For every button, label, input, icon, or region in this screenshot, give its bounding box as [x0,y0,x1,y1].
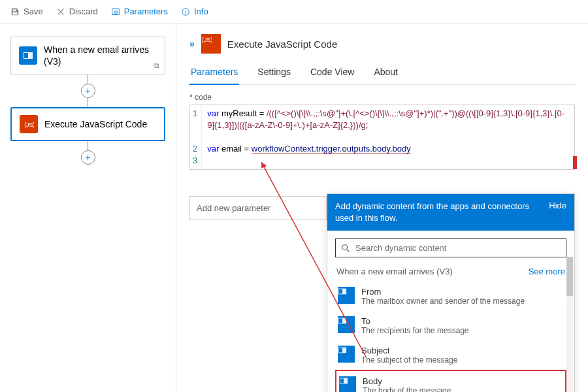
toolbar: Save Discard @ Parameters i Info [0,0,588,24]
item-title: Body [363,376,451,386]
search-icon [341,244,350,253]
item-desc: The subject of the message [361,355,457,365]
tab-about[interactable]: About [372,63,399,84]
outlook-icon [338,316,355,333]
error-marker [573,156,577,169]
save-icon [10,7,20,16]
item-title: To [361,316,469,326]
item-title: Subject [361,346,457,355]
connector: + [10,74,165,107]
panel-tabs: Parameters Settings Code View About [189,63,575,85]
js-icon: {JS} [20,115,38,133]
parameters-label: Parameters [124,7,168,16]
outlook-icon [19,46,37,65]
code-content[interactable]: var myResult = /(([^<>()\[\]\\.,;:\s@"]+… [202,105,574,169]
parameters-icon: @ [111,7,120,16]
svg-rect-14 [339,348,342,353]
line-gutter: 1 23 [190,105,202,169]
discard-label: Discard [69,7,98,16]
discard-button[interactable]: Discard [51,4,103,19]
info-button[interactable]: i Info [176,4,214,19]
workflow-canvas: When a new email arrives (V3) ⧉ + {JS} E… [0,24,176,392]
svg-rect-5 [24,53,28,58]
panel-title: Execute JavaScript Code [227,39,337,50]
dynamic-item-from[interactable]: FromThe mailbox owner and sender of the … [335,282,566,311]
add-step-button[interactable]: + [81,84,95,98]
workflow-step-jscode[interactable]: {JS} Execute JavaScript Code [10,107,165,141]
item-desc: The body of the message [363,386,451,392]
svg-rect-16 [340,379,344,384]
svg-rect-10 [339,289,342,294]
link-icon: ⧉ [154,61,159,70]
tab-parameters[interactable]: Parameters [189,63,239,85]
item-desc: The mailbox owner and sender of the mess… [361,297,525,306]
svg-point-8 [342,245,348,250]
js-icon: {JS} [201,34,221,54]
connector: + [10,141,165,165]
svg-text:@: @ [113,9,118,14]
info-icon: i [181,7,190,16]
close-icon [56,7,65,16]
item-title: From [361,287,525,297]
svg-text:i: i [185,9,186,14]
code-label: * code [189,93,575,102]
dynamic-item-subject[interactable]: SubjectThe subject of the message [335,340,566,370]
popover-message: Add dynamic content from the apps and co… [335,201,549,224]
dynamic-content-popover: Add dynamic content from the apps and co… [327,193,575,392]
search-field[interactable] [355,243,561,253]
svg-text:{JS}: {JS} [202,37,212,43]
svg-rect-12 [339,319,342,323]
outlook-icon [339,376,356,392]
workflow-step-trigger[interactable]: When a new email arrives (V3) ⧉ [10,37,165,74]
outlook-icon [338,346,355,363]
group-title: When a new email arrives (V3) [336,267,453,276]
dynamic-item-to[interactable]: ToThe recipients for the message [335,311,566,340]
hide-button[interactable]: Hide [549,201,566,210]
scroll-thumb[interactable] [566,257,573,296]
outlook-icon [338,287,355,304]
info-label: Info [194,7,208,16]
step-label: When a new email arrives (V3) [44,44,157,67]
scrollbar[interactable] [566,257,573,392]
dynamic-item-body[interactable]: BodyThe body of the message [335,370,566,392]
svg-text:{JS}: {JS} [24,122,34,128]
step-label: Execute JavaScript Code [44,118,147,130]
action-panel: » {JS} Execute JavaScript Code Parameter… [176,24,588,392]
add-step-button[interactable]: + [81,150,95,165]
search-input[interactable] [335,238,566,257]
item-desc: The recipients for the message [361,326,469,335]
collapse-button[interactable]: » [189,39,195,49]
code-editor[interactable]: 1 23 var myResult = /(([^<>()\[\]\\.,;:\… [189,105,575,170]
tab-settings[interactable]: Settings [256,63,292,84]
group-header: When a new email arrives (V3) See more [335,267,566,276]
save-button[interactable]: Save [5,4,48,19]
tab-codeview[interactable]: Code View [309,63,355,84]
save-label: Save [24,7,43,16]
parameters-button[interactable]: @ Parameters [106,4,173,19]
see-more-link[interactable]: See more [529,267,565,276]
add-parameter-dropdown[interactable]: Add new parameter [189,196,327,220]
